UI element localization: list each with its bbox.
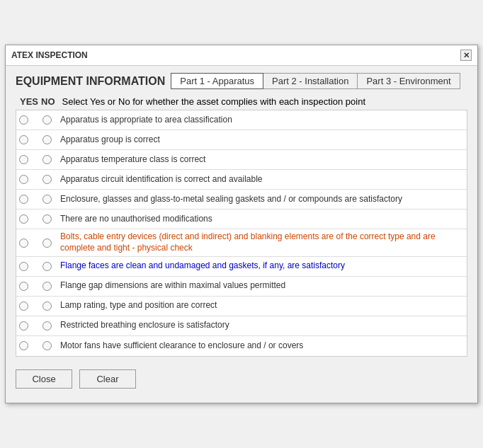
- yes-radio-2[interactable]: [19, 135, 28, 144]
- table-row: Restricted breathing enclosure is satisf…: [16, 316, 467, 336]
- main-window: ATEX INSPECTION ✕ EQUIPMENT INFORMATION …: [5, 45, 478, 403]
- close-icon[interactable]: ✕: [460, 50, 472, 61]
- yes-radio-10[interactable]: [19, 301, 28, 311]
- yes-radio-11[interactable]: [19, 321, 28, 331]
- yes-radio-4[interactable]: [19, 175, 28, 184]
- radio-group-9: [19, 282, 56, 291]
- yes-radio-8[interactable]: [19, 262, 28, 271]
- no-radio-7[interactable]: [42, 239, 52, 248]
- header-section: EQUIPMENT INFORMATION Part 1 - Apparatus…: [16, 73, 467, 89]
- title-bar: ATEX INSPECTION ✕: [6, 45, 477, 66]
- yes-header: YES: [20, 96, 38, 107]
- no-radio-2[interactable]: [42, 135, 52, 144]
- table-row: Apparatus temperature class is correct: [16, 150, 467, 170]
- inspection-text-4: Apparatus circuit identification is corr…: [60, 174, 464, 185]
- table-row: Enclosure, glasses and glass-to-metal se…: [16, 190, 467, 209]
- inspection-text-5: Enclosure, glasses and glass-to-metal se…: [60, 194, 464, 205]
- radio-group-1: [19, 115, 56, 125]
- no-radio-1[interactable]: [42, 115, 52, 125]
- table-row: Flange gap dimensions are within maximal…: [16, 277, 467, 297]
- inspection-table: Apparatus is appropriate to area classif…: [16, 110, 467, 356]
- no-radio-6[interactable]: [42, 214, 52, 224]
- table-row: Apparatus group is correct: [16, 130, 467, 150]
- inspection-text-7: Bolts, cable entry devices (direct and i…: [60, 231, 464, 253]
- no-radio-4[interactable]: [42, 175, 52, 184]
- table-row: Motor fans have sufficient clearance to …: [16, 336, 467, 356]
- inspection-text-2: Apparatus group is correct: [60, 134, 464, 146]
- inspection-text-12: Motor fans have sufficient clearance to …: [60, 340, 464, 352]
- no-radio-12[interactable]: [42, 341, 52, 350]
- instruction-text: Select Yes or No for whether the asset c…: [62, 96, 366, 107]
- inspection-text-9: Flange gap dimensions are within maximal…: [60, 280, 464, 292]
- no-radio-11[interactable]: [42, 321, 52, 331]
- no-header: NO: [41, 96, 55, 107]
- table-row: There are no unauthorised modifications: [16, 209, 467, 229]
- no-radio-10[interactable]: [42, 301, 52, 311]
- close-button[interactable]: Close: [16, 369, 72, 389]
- inspection-text-11: Restricted breathing enclosure is satisf…: [60, 320, 464, 331]
- window-title: ATEX INSPECTION: [11, 50, 88, 60]
- yes-radio-9[interactable]: [19, 282, 28, 291]
- tab-part2[interactable]: Part 2 - Installation: [263, 73, 358, 89]
- radio-group-8: [19, 262, 56, 271]
- radio-group-10: [19, 301, 56, 311]
- table-row: Flange faces are clean and undamaged and…: [16, 257, 467, 277]
- yes-radio-5[interactable]: [19, 195, 28, 204]
- inspection-text-10: Lamp rating, type and position are corre…: [60, 300, 464, 311]
- table-row: Lamp rating, type and position are corre…: [16, 297, 467, 316]
- instruction-row: YES NO Select Yes or No for whether the …: [16, 95, 467, 110]
- tab-part1[interactable]: Part 1 - Apparatus: [171, 73, 263, 89]
- yes-radio-1[interactable]: [19, 115, 28, 125]
- table-row: Apparatus is appropriate to area classif…: [16, 110, 467, 130]
- inspection-text-6: There are no unauthorised modifications: [60, 214, 464, 225]
- yes-radio-7[interactable]: [19, 239, 28, 248]
- no-radio-8[interactable]: [42, 262, 52, 271]
- radio-group-7: [19, 239, 56, 248]
- no-radio-3[interactable]: [42, 155, 52, 164]
- footer: Close Clear: [16, 365, 467, 396]
- no-radio-5[interactable]: [42, 195, 52, 204]
- radio-group-6: [19, 214, 56, 224]
- inspection-text-1: Apparatus is appropriate to area classif…: [60, 115, 464, 126]
- radio-group-2: [19, 135, 56, 144]
- tab-part3[interactable]: Part 3 - Environment: [358, 73, 460, 89]
- table-row: Bolts, cable entry devices (direct and i…: [16, 229, 467, 256]
- radio-group-3: [19, 155, 56, 164]
- inspection-text-8: Flange faces are clean and undamaged and…: [60, 260, 464, 272]
- radio-group-5: [19, 195, 56, 204]
- main-content: EQUIPMENT INFORMATION Part 1 - Apparatus…: [6, 66, 477, 402]
- radio-group-4: [19, 175, 56, 184]
- table-row: Apparatus circuit identification is corr…: [16, 170, 467, 190]
- yes-radio-12[interactable]: [19, 341, 28, 350]
- no-radio-9[interactable]: [42, 282, 52, 291]
- tab-group: Part 1 - Apparatus Part 2 - Installation…: [171, 73, 460, 89]
- clear-button[interactable]: Clear: [79, 369, 136, 389]
- yes-radio-3[interactable]: [19, 155, 28, 164]
- inspection-text-3: Apparatus temperature class is correct: [60, 154, 464, 166]
- radio-group-11: [19, 321, 56, 331]
- radio-group-12: [19, 341, 56, 350]
- yes-radio-6[interactable]: [19, 214, 28, 224]
- equipment-info-label: EQUIPMENT INFORMATION: [16, 75, 165, 88]
